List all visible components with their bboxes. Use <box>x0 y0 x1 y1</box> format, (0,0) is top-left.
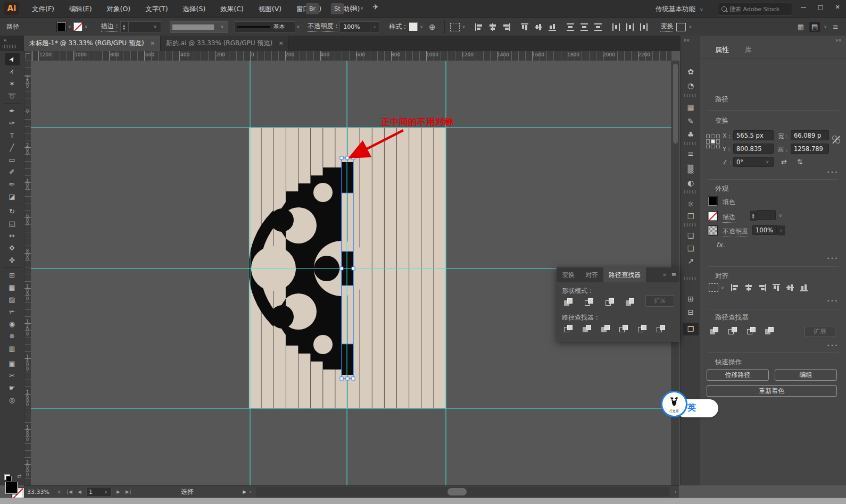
y-input[interactable]: 800.835 <box>733 144 774 154</box>
tool-button[interactable]: ◉ <box>5 318 20 330</box>
align-left-icon[interactable] <box>474 23 484 31</box>
align-horizontal-center-icon[interactable] <box>488 23 497 31</box>
tab-close-icon[interactable]: ✕ <box>279 40 283 46</box>
status-expand-icon[interactable]: ▶ <box>243 489 246 494</box>
horizontal-scrollbar-thumb[interactable] <box>447 488 467 495</box>
dock-panel-icon[interactable]: ♣ <box>683 128 699 141</box>
distribute-bottom-icon[interactable] <box>593 23 603 31</box>
transform-icon[interactable] <box>676 23 686 31</box>
menu-item[interactable]: 视图(V) <box>251 0 289 18</box>
zoom-level[interactable]: 33.33% <box>24 489 55 495</box>
tool-button[interactable]: T <box>5 129 20 141</box>
intersect-icon[interactable] <box>606 298 615 306</box>
panel-tab[interactable]: 库 <box>745 43 752 58</box>
opacity-expand-button[interactable]: › <box>370 21 379 33</box>
first-artboard-icon[interactable]: ∣◀ <box>64 489 75 494</box>
maximize-button[interactable]: □ <box>812 0 829 15</box>
distribute-top-icon[interactable] <box>566 23 575 31</box>
toolbar-expand-icon[interactable]: » <box>3 37 7 44</box>
scroll-right-arrow[interactable]: › <box>671 489 679 494</box>
collapse-dock-icon[interactable]: «« <box>683 37 690 43</box>
reference-point-selector[interactable] <box>706 135 720 148</box>
unite-icon[interactable] <box>710 327 719 335</box>
flip-vertical-icon[interactable]: ⇅ <box>797 158 803 166</box>
stroke-weight-stepper[interactable]: ▲▼ <box>120 21 128 33</box>
tool-button[interactable]: ↔ <box>5 230 20 242</box>
arrange-documents-icon[interactable]: ⊞ ∨ <box>350 3 365 11</box>
dock-panel-icon[interactable]: ✎ <box>683 115 699 128</box>
align-vertical-center-icon[interactable] <box>534 22 543 32</box>
appearance-fill-swatch[interactable] <box>708 196 718 206</box>
tool-button[interactable]: ◱ <box>5 217 20 230</box>
appearance-stroke-swatch[interactable] <box>708 211 718 221</box>
scroll-left-arrow[interactable]: ‹ <box>246 489 254 494</box>
vertical-ruler[interactable]: 2000200400600800100012001400160018002000 <box>24 61 31 485</box>
distribute-left-icon[interactable] <box>612 22 620 32</box>
vertical-scrollbar-thumb[interactable] <box>673 64 678 144</box>
document-setup-icon[interactable]: ⊕ <box>429 22 436 32</box>
next-artboard-icon[interactable]: ▶ <box>114 489 123 494</box>
close-button[interactable]: ✕ <box>829 0 846 15</box>
minimize-button[interactable]: — <box>795 0 812 15</box>
align-right-icon[interactable] <box>758 283 767 292</box>
tool-button[interactable]: ✂ <box>5 369 20 382</box>
tool-button[interactable]: ✐ <box>5 166 20 178</box>
dock-panel-icon[interactable]: ☼ <box>683 198 699 211</box>
dock-panel-icon[interactable]: ≡ <box>683 147 699 160</box>
panel-menu-icon[interactable]: ≡ <box>671 271 676 278</box>
horizontal-ruler[interactable]: 1200100080060040020002004006008001000120… <box>31 51 671 61</box>
tool-button[interactable]: ✃ <box>5 306 20 318</box>
menu-item[interactable]: 效果(C) <box>213 0 251 18</box>
align-horizontal-center-icon[interactable] <box>744 283 753 292</box>
bridge-button[interactable]: Br <box>306 3 319 14</box>
share-icon[interactable]: ✈ <box>372 3 379 11</box>
panel-tab[interactable]: 变换 <box>557 267 580 282</box>
document-tab[interactable]: 未标题-1* @ 33.33% (RGB/GPU 预览) ✕ <box>24 36 161 51</box>
dock-panel-icon[interactable]: ◐ <box>683 177 699 189</box>
dock-panel-icon[interactable] <box>684 190 697 194</box>
rotation-dropdown[interactable]: 0°∨ <box>733 157 774 167</box>
tool-button[interactable]: ▦ <box>5 281 20 293</box>
minus-front-icon[interactable] <box>585 298 594 306</box>
tool-button[interactable]: ▣ <box>3 356 22 369</box>
tool-button[interactable]: ✏ <box>5 178 20 190</box>
group-button[interactable]: 编组 <box>775 369 837 381</box>
fill-swatch[interactable] <box>5 482 18 494</box>
tool-button[interactable]: ▨ <box>5 293 20 306</box>
fill-color-swatch[interactable] <box>56 22 67 32</box>
dock-panel-icon[interactable]: ▦ <box>683 100 699 113</box>
align-right-icon[interactable] <box>502 23 511 31</box>
dock-panel-icon[interactable]: ▒ <box>683 163 699 175</box>
menu-item[interactable]: 选择(S) <box>176 0 213 18</box>
exclude-icon[interactable] <box>765 327 774 335</box>
width-profile-dropdown[interactable]: ∨ <box>170 21 228 33</box>
tool-button[interactable]: ➤ <box>5 53 20 65</box>
menu-item[interactable]: 编辑(E) <box>62 0 99 18</box>
tool-button[interactable]: ✒ <box>3 103 22 117</box>
tool-button[interactable]: ▭ <box>5 154 20 166</box>
opacity-checker-icon[interactable] <box>708 225 718 236</box>
align-vertical-center-icon[interactable] <box>786 283 794 292</box>
document-tab[interactable]: 新的.ai @ 33.33% (RGB/GPU 预览) ✕ <box>161 36 289 51</box>
tool-button[interactable]: ⊞ <box>3 267 22 281</box>
distribute-vertical-center-icon[interactable] <box>579 23 589 31</box>
stroke-weight-label[interactable]: 描边 : <box>101 22 118 32</box>
menu-item[interactable]: 文字(T) <box>138 0 175 18</box>
dock-panel-icon[interactable]: ⊟ <box>683 306 699 318</box>
list-view-icon[interactable]: ≡ <box>833 23 839 31</box>
dock-panel-icon[interactable] <box>684 142 697 145</box>
tool-button[interactable]: ✶ <box>5 78 20 90</box>
stroke-color-swatch[interactable] <box>73 22 83 32</box>
transform-label[interactable]: 变换 <box>660 22 673 32</box>
stroke-weight-stepper[interactable]: ▲▼ <box>749 210 757 222</box>
dock-panel-icon[interactable]: ⊞ <box>683 292 699 305</box>
tool-button[interactable]: ◎ <box>5 394 20 406</box>
constrain-proportions-icon[interactable] <box>832 136 841 144</box>
opacity-label[interactable]: 不透明度 <box>723 227 748 237</box>
workspace-grid-icon[interactable]: ▦ <box>798 23 804 31</box>
x-input[interactable]: 565.5 px <box>733 130 774 140</box>
offset-path-button[interactable]: 位移路径 <box>707 369 769 381</box>
chevron-down-icon[interactable]: ∨ <box>68 24 71 29</box>
dock-panel-icon[interactable]: ◔ <box>683 79 699 92</box>
last-artboard-icon[interactable]: ▶∣ <box>123 489 134 494</box>
